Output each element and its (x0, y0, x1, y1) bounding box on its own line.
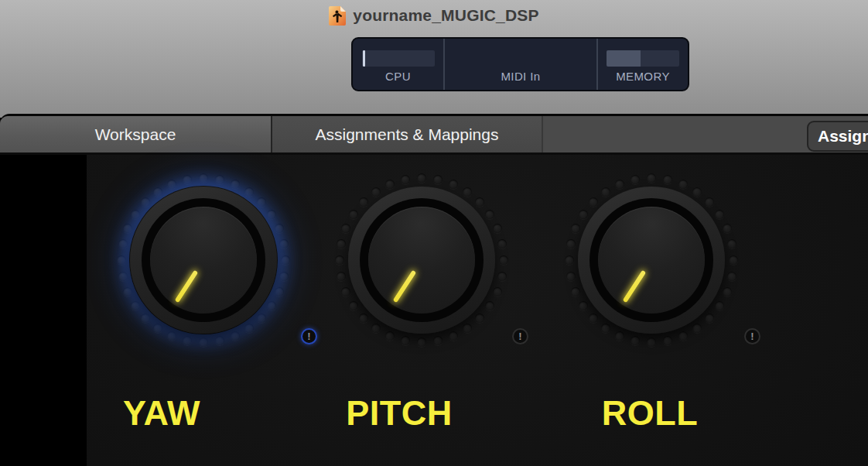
knob-label-pitch: PITCH (346, 393, 453, 433)
memory-meter (607, 50, 679, 67)
warning-badge[interactable]: ! (301, 328, 317, 344)
knob-tick (401, 175, 410, 184)
knob-body (348, 187, 495, 334)
knob-tick (705, 197, 714, 207)
knob-tick (279, 239, 289, 248)
knob-tick (589, 197, 598, 207)
knob-tick (579, 301, 588, 310)
mainstage-window: yourname_MUGIC_DSP CPU MIDI In MEMORY (0, 0, 868, 466)
exclamation-icon: ! (518, 331, 521, 341)
midi-activity-area (484, 50, 557, 67)
knob-tick (153, 187, 162, 197)
exclamation-icon: ! (307, 331, 310, 341)
knob-tick (267, 301, 276, 310)
knob-tick (475, 314, 484, 323)
knob-tick (337, 239, 346, 248)
knob-tick (417, 173, 426, 183)
tab-workspace[interactable]: Workspace (0, 116, 272, 152)
tab-assignments-mappings[interactable]: Assignments & Mappings (272, 116, 543, 152)
memory-section: MEMORY (598, 39, 688, 90)
knob-tick (244, 187, 254, 197)
titlebar: yourname_MUGIC_DSP CPU MIDI In MEMORY (0, 0, 868, 118)
knob-tick (167, 331, 176, 341)
knob-roll[interactable] (566, 175, 736, 345)
knob-pointer (623, 270, 647, 303)
knob-tick (141, 197, 150, 207)
knob-tick (715, 301, 724, 310)
knob-tick (571, 224, 580, 233)
warning-badge[interactable]: ! (744, 328, 760, 344)
knob-tick (647, 173, 656, 183)
knob-tick (433, 175, 443, 184)
knob-tick (153, 324, 162, 333)
knob-tick (727, 239, 736, 248)
knob-tick (449, 180, 458, 189)
knob-tick (141, 314, 150, 323)
cpu-meter (362, 50, 435, 67)
knob-pitch[interactable] (337, 175, 507, 345)
knob-tick (401, 336, 410, 345)
knob-tick (433, 336, 443, 345)
knob-tick (341, 287, 350, 296)
document-title-row: yourname_MUGIC_DSP (0, 4, 868, 27)
knob-tick (723, 287, 732, 296)
knob-tick (705, 314, 714, 323)
knob-tick (692, 187, 702, 197)
knob-tick (215, 336, 224, 345)
knob-tick (589, 314, 598, 323)
knob-tick (615, 331, 624, 341)
knob-tick (215, 175, 224, 184)
knob-pointer (393, 270, 417, 303)
knob-tick (123, 287, 132, 296)
knob-tick (131, 301, 140, 310)
knob-tick (257, 314, 266, 323)
knob-tick (183, 175, 192, 184)
knob-tick (493, 224, 502, 233)
knob-tick (385, 331, 395, 341)
tab-bar: Workspace Assignments & Mappings Assign (0, 114, 868, 155)
knob-tick (497, 239, 507, 248)
memory-label: MEMORY (616, 70, 670, 83)
knob-tick (279, 272, 289, 281)
knob-tick (349, 210, 358, 219)
knob-tick (199, 338, 208, 347)
knob-tick (729, 255, 738, 265)
knob-tick (566, 272, 576, 281)
warning-badge[interactable]: ! (512, 328, 528, 344)
knob-tick (275, 224, 284, 233)
knob-tick (499, 255, 508, 265)
knob-tick (244, 324, 254, 333)
knob-tick (571, 287, 580, 296)
knob-tick (123, 224, 132, 233)
knob-tick (463, 324, 472, 333)
knob-tick (337, 272, 346, 281)
knob-tick (231, 180, 240, 189)
midi-in-label: MIDI In (501, 70, 540, 83)
knob-body (130, 187, 277, 334)
knob-tick (715, 210, 724, 219)
knob-tick (485, 210, 494, 219)
knob-tick (647, 338, 656, 347)
window-title: yourname_MUGIC_DSP (353, 6, 539, 25)
knob-tick (281, 255, 290, 265)
knob-label-roll: ROLL (602, 393, 698, 433)
knob-tick (601, 324, 610, 333)
knob-tick (601, 187, 610, 197)
knob-tick (417, 338, 426, 347)
knob-tick (118, 239, 128, 248)
knob-tick (678, 331, 688, 341)
knob-tick (579, 210, 588, 219)
knob-yaw[interactable] (118, 175, 289, 345)
knob-tick (385, 180, 395, 189)
knob-tick (349, 301, 358, 310)
knob-tick (275, 287, 284, 296)
knob-tick (183, 336, 192, 345)
cpu-level-indicator (363, 50, 365, 67)
knob-tick (615, 180, 624, 189)
assign-button[interactable]: Assign (807, 121, 868, 152)
knob-tick (371, 187, 381, 197)
workspace: ! ! (0, 155, 868, 466)
knob-tick (692, 324, 702, 333)
knob-tick (630, 175, 640, 184)
knob-tick (497, 272, 507, 281)
